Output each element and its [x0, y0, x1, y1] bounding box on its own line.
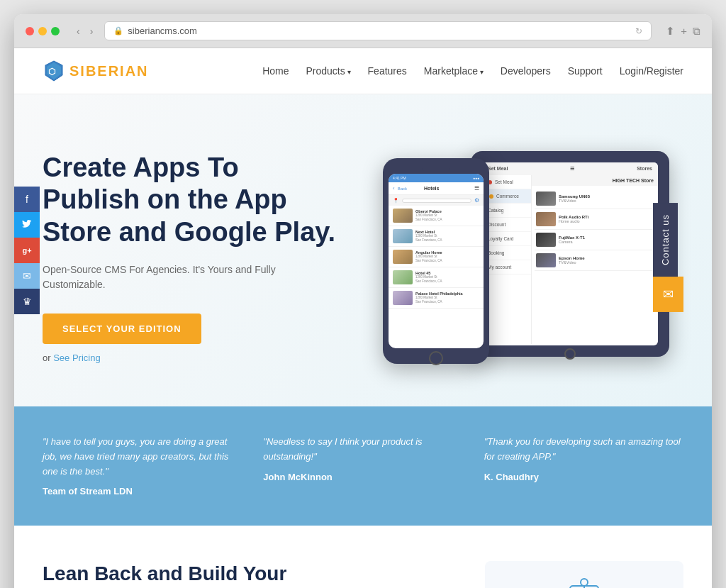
phone-home-button [429, 351, 443, 365]
tablet-screen: Set Meal ☰ Stores Set Meal [482, 162, 658, 345]
hotel-thumb-4 [393, 270, 413, 284]
phone-notch [422, 167, 450, 171]
social-facebook[interactable]: f [14, 187, 40, 212]
phone-nav-header: ‹ Back Hotels ☰ [389, 182, 484, 195]
bottom-illustration [563, 575, 605, 588]
social-twitter[interactable] [14, 212, 40, 238]
product-thumb-3 [536, 233, 556, 247]
browser-action-buttons: ⬆ + ⧉ [666, 25, 700, 38]
tablet-sidebar-item-1: Set Meal [482, 175, 531, 189]
contact-email-button[interactable]: ✉ [653, 277, 683, 312]
tablet-menu-icon: ☰ [570, 166, 574, 172]
hero-title: Create Apps To Publish on the App Store … [43, 152, 340, 249]
social-googleplus[interactable]: g+ [14, 238, 40, 263]
nav-developers[interactable]: Developers [501, 65, 551, 77]
phone-status-bar: 4:41 PM ●●● [389, 174, 484, 182]
refresh-icon[interactable]: ↻ [635, 26, 642, 36]
social-crown[interactable]: ♛ [14, 289, 40, 314]
tablet-sidebar-item-5: Loyalty Card [482, 232, 531, 246]
address-bar[interactable]: 🔒 siberiancms.com ↻ [104, 21, 652, 40]
tablet-product-list: Samsung UN65 TV&Video Polk Audio RTi [532, 186, 658, 274]
forward-button[interactable]: › [87, 24, 96, 38]
tablet-sidebar: Set Meal Commerce Catalog [482, 175, 532, 344]
testimonial-2: "Needless to say I think your product is… [263, 435, 462, 497]
svg-text:⬡: ⬡ [48, 67, 56, 77]
social-email[interactable]: ✉ [14, 263, 40, 289]
see-pricing-link[interactable]: See Pricing [53, 353, 100, 363]
cta-button[interactable]: SELECT YOUR EDITION [43, 314, 201, 344]
nav-features[interactable]: Features [368, 65, 407, 77]
sidebar-label-7: My account [488, 265, 511, 270]
window-controls [26, 27, 60, 35]
nav-support[interactable]: Support [568, 65, 603, 77]
url-text: siberiancms.com [128, 26, 197, 36]
sidebar-label-6: Booking [488, 250, 505, 255]
testimonial-author-3: K. Chaudhry [484, 472, 539, 482]
hotel-item-4: Hotel 45 1280 Market StSan Francisco, CA [389, 267, 484, 288]
testimonial-author-2: John McKinnon [263, 472, 333, 482]
phone-back-arrow: ‹ [393, 185, 395, 192]
nav-login[interactable]: Login/Register [620, 65, 683, 77]
bottom-section: Lean Back and Build Your [14, 526, 712, 588]
hotel-addr-1: 1280 Market StSan Francisco, CA [415, 213, 479, 223]
product-cat-2: Home audio [559, 219, 654, 223]
hotel-thumb-3 [393, 250, 413, 264]
phone-menu-icon: ☰ [474, 185, 479, 192]
hotel-info-2: Next Hotel 1280 Market StSan Francisco, … [415, 230, 479, 243]
hotel-thumb-1 [393, 209, 413, 223]
close-button[interactable] [26, 27, 34, 35]
tablet-product-1: Samsung UN65 TV&Video [535, 189, 655, 209]
tablet-mockup: Set Meal ☰ Stores Set Meal [471, 151, 669, 357]
nav-home[interactable]: Home [262, 65, 289, 77]
contact-tab[interactable]: Contact us [653, 203, 678, 277]
tablet-sidebar-item-6: Booking [482, 246, 531, 260]
testimonial-quote-1: "I have to tell you guys, you are doing … [43, 435, 242, 479]
share-button[interactable]: ⬆ [666, 25, 675, 38]
testimonial-quote-2: "Needless to say I think your product is… [263, 435, 462, 465]
sidebar-label-5: Loyalty Card [488, 236, 514, 241]
new-tab-button[interactable]: + [681, 25, 687, 38]
hotel-thumb-2 [393, 229, 413, 243]
tablet-sidebar-item-7: My account [482, 260, 531, 274]
logo-text: SIBERIAN [69, 63, 149, 79]
tablet-sidebar-item-2: Commerce [482, 189, 531, 204]
testimonial-3: "Thank you for developing such an amazin… [484, 435, 683, 497]
nav-links: Home Products Features Marketplace Devel… [262, 65, 683, 77]
back-button[interactable]: ‹ [74, 24, 83, 38]
browser-window: ‹ › 🔒 siberiancms.com ↻ ⬆ + ⧉ ⬡ SIBERIAN [14, 14, 712, 588]
nav-marketplace[interactable]: Marketplace [424, 65, 484, 77]
svg-point-5 [581, 579, 588, 586]
phone-search-bar: 📍 ⚙ [389, 195, 484, 206]
hotel-item-3: Angular Home 1280 Market StSan Francisco… [389, 247, 484, 267]
tabs-button[interactable]: ⧉ [693, 25, 700, 38]
navbar: ⬡ SIBERIAN Home Products Features Market… [14, 48, 712, 94]
sidebar-dot-2 [489, 194, 493, 199]
hotel-item-5: Palace Hotel Philadelphia 1280 Market St… [389, 288, 484, 309]
sidebar-label-2: Commerce [496, 194, 519, 199]
phone-signal: ●●● [473, 176, 479, 180]
logo-link[interactable]: ⬡ SIBERIAN [43, 60, 149, 82]
tablet-stores-label: Stores [637, 166, 652, 172]
nav-products[interactable]: Products [306, 65, 351, 77]
bottom-text: Lean Back and Build Your [43, 561, 457, 588]
maximize-button[interactable] [51, 27, 60, 35]
hotel-addr-4: 1280 Market StSan Francisco, CA [415, 275, 479, 284]
testimonial-quote-3: "Thank you for developing such an amazin… [484, 435, 683, 465]
tablet-main-area: HIGH TECH Store Samsung UN65 TV&Video [532, 175, 658, 344]
tablet-home-button [564, 348, 576, 360]
product-info-4: Epson Home TV&Video [559, 256, 654, 265]
minimize-button[interactable] [38, 27, 47, 35]
sidebar-label-4: Discount [488, 222, 506, 227]
tablet-content: Set Meal Commerce Catalog [482, 175, 658, 344]
hotel-info-4: Hotel 45 1280 Market StSan Francisco, CA [415, 271, 479, 284]
contact-email-icon: ✉ [663, 287, 674, 302]
hero-subtitle: Open-Source CMS For Agencies. It's Yours… [43, 262, 340, 292]
product-thumb-2 [536, 212, 556, 226]
hotel-addr-2: 1280 Market StSan Francisco, CA [415, 234, 479, 243]
tablet-sidebar-item-4: Discount [482, 218, 531, 232]
hero-section: f g+ ✉ ♛ Create Apps To Publish on the A… [14, 94, 712, 406]
logo-icon: ⬡ [43, 60, 65, 82]
hotel-addr-3: 1280 Market StSan Francisco, CA [415, 255, 479, 264]
tablet-title: Set Meal [488, 166, 508, 172]
testimonial-1: "I have to tell you guys, you are doing … [43, 435, 242, 497]
